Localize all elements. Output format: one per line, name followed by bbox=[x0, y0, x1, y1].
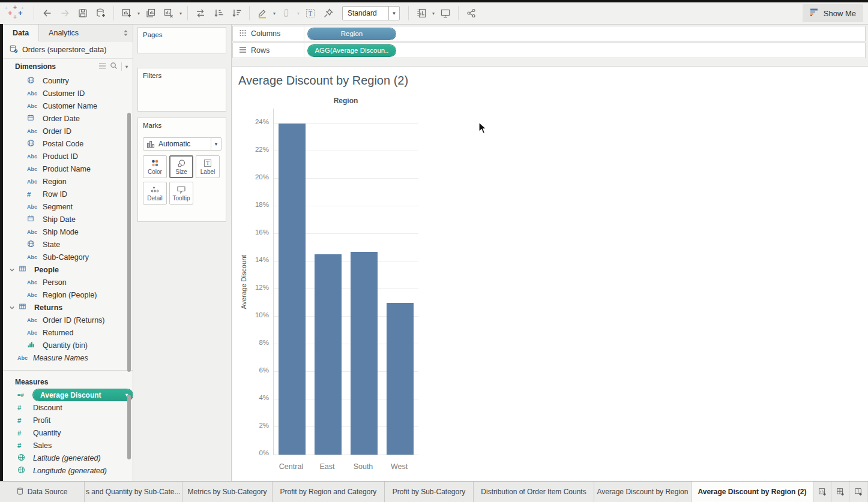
chevron-down-icon[interactable] bbox=[9, 305, 19, 311]
dimension-field-row[interactable]: #Row ID bbox=[3, 188, 133, 200]
dimension-field-row[interactable]: State bbox=[3, 238, 133, 251]
presentation-mode-button[interactable] bbox=[436, 5, 454, 22]
tab-data[interactable]: Data bbox=[3, 25, 39, 41]
dimension-field-row[interactable]: AbcOrder ID bbox=[3, 125, 133, 137]
format-link-button[interactable] bbox=[277, 5, 295, 22]
selected-measure-pill[interactable]: Average Discount▾ bbox=[33, 389, 133, 401]
bar-central[interactable] bbox=[279, 124, 306, 455]
bar-east[interactable] bbox=[315, 254, 342, 455]
rows-shelf[interactable]: Rows AGG(Average Discoun.. bbox=[232, 43, 866, 58]
dimension-field-row[interactable]: AbcProduct Name bbox=[3, 163, 133, 175]
dimension-field-row[interactable]: AbcSub-Category bbox=[3, 251, 133, 263]
measure-field-row[interactable]: #Profit bbox=[3, 414, 133, 426]
x-category-label[interactable]: East bbox=[309, 462, 345, 471]
dimension-field-row[interactable]: AbcSegment bbox=[3, 200, 133, 213]
show-me-button[interactable]: Show Me bbox=[803, 4, 863, 22]
x-category-label[interactable]: Central bbox=[273, 462, 309, 471]
dimension-group-row[interactable]: Returns bbox=[3, 301, 133, 314]
find-field-icon[interactable] bbox=[110, 62, 118, 71]
x-category-label[interactable]: South bbox=[345, 462, 381, 471]
new-dashboard-button[interactable] bbox=[831, 482, 849, 502]
pane-collapse-icon[interactable] bbox=[122, 25, 133, 41]
mark-type-dropdown[interactable]: Automatic ▼ bbox=[143, 137, 222, 151]
dimension-field-row[interactable]: AbcCustomer ID bbox=[3, 87, 133, 100]
dimension-pill[interactable]: Region bbox=[308, 28, 396, 40]
new-worksheet-button[interactable] bbox=[118, 5, 136, 22]
label-button[interactable]: T Label bbox=[196, 155, 220, 178]
dimension-field-row[interactable]: AbcCustomer Name bbox=[3, 100, 133, 112]
detail-button[interactable]: Detail bbox=[143, 182, 167, 205]
fit-selector-caret[interactable]: ▼ bbox=[388, 7, 399, 20]
columns-shelf[interactable]: Columns Region bbox=[232, 26, 866, 41]
worksheet-tab[interactable]: Average Discount by Region bbox=[594, 482, 692, 502]
measure-field-row[interactable]: =#Average Discount▾ bbox=[3, 389, 133, 401]
size-button[interactable]: Size bbox=[169, 155, 193, 178]
dimension-field-row[interactable]: AbcReturned bbox=[3, 326, 133, 339]
bar-west[interactable] bbox=[387, 303, 414, 455]
dimension-field-row[interactable]: Country bbox=[3, 74, 133, 87]
tooltip-button[interactable]: Tooltip bbox=[169, 182, 193, 205]
save-button[interactable] bbox=[74, 5, 92, 22]
x-category-label[interactable]: West bbox=[381, 462, 417, 471]
undo-button[interactable] bbox=[38, 5, 56, 22]
bar-south[interactable] bbox=[351, 252, 378, 455]
dimension-field-row[interactable]: Postal Code bbox=[3, 137, 133, 150]
worksheet-tab[interactable]: Metrics by Sub-Category bbox=[182, 482, 273, 502]
dimension-field-row[interactable]: Order Date bbox=[3, 112, 133, 125]
clear-sheet-caret[interactable]: ▾ bbox=[178, 5, 184, 22]
new-story-button[interactable] bbox=[849, 482, 867, 502]
tab-analytics[interactable]: Analytics bbox=[39, 25, 88, 41]
sort-ascending-button[interactable] bbox=[209, 5, 228, 22]
measure-field-row[interactable]: Latitude (generated) bbox=[3, 452, 133, 464]
dimension-field-row[interactable]: AbcRegion (People) bbox=[3, 288, 133, 301]
measure-field-row[interactable]: Longitude (generated) bbox=[3, 464, 133, 477]
worksheet-tab-label: Profit by Sub-Category bbox=[393, 488, 465, 496]
duplicate-sheet-button[interactable] bbox=[142, 5, 160, 22]
dimensions-scrollbar[interactable] bbox=[127, 113, 131, 372]
worksheet-tab[interactable]: Profit by Sub-Category bbox=[385, 482, 474, 502]
dimension-field-row[interactable]: AbcRegion bbox=[3, 175, 133, 188]
swap-rows-columns-button[interactable] bbox=[191, 5, 209, 22]
dimension-group-row[interactable]: People bbox=[3, 263, 133, 276]
fit-selector[interactable]: Standard ▼ bbox=[342, 6, 400, 20]
color-button[interactable]: Color bbox=[143, 155, 167, 178]
pages-shelf[interactable]: Pages bbox=[137, 27, 226, 53]
redo-button[interactable] bbox=[56, 5, 74, 22]
measure-field-row[interactable]: #Sales bbox=[3, 439, 133, 452]
view-as-list-icon[interactable] bbox=[98, 62, 106, 71]
worksheet-tab[interactable]: Profit by Region and Category bbox=[273, 482, 385, 502]
dimension-field-row[interactable]: Quantity (bin) bbox=[3, 339, 133, 351]
sort-descending-button[interactable] bbox=[228, 5, 246, 22]
tableau-logo-icon[interactable]: + + + + + + bbox=[4, 4, 28, 22]
filters-shelf[interactable]: Filters bbox=[137, 68, 226, 112]
dimension-field-row[interactable]: AbcProduct ID bbox=[3, 150, 133, 163]
new-worksheet-caret[interactable]: ▾ bbox=[136, 5, 142, 22]
mark-type-caret[interactable]: ▼ bbox=[211, 138, 221, 150]
dimensions-menu-caret[interactable]: ▾ bbox=[125, 64, 128, 70]
worksheet-tab[interactable]: Average Discount by Region (2) bbox=[692, 482, 813, 502]
highlight-caret[interactable]: ▾ bbox=[271, 5, 277, 22]
dimension-field-row[interactable]: Ship Date bbox=[3, 213, 133, 226]
measures-scrollbar[interactable] bbox=[127, 395, 131, 459]
dimension-field-row[interactable]: AbcOrder ID (Returns) bbox=[3, 314, 133, 326]
clear-sheet-button[interactable] bbox=[160, 5, 178, 22]
share-button[interactable] bbox=[462, 5, 480, 22]
fix-axes-pin-button[interactable] bbox=[319, 5, 337, 22]
worksheet-tab[interactable]: Distribution of Order Item Counts bbox=[474, 482, 594, 502]
data-source-connection[interactable]: Orders (superstore_data) bbox=[3, 41, 133, 59]
measure-pill[interactable]: AGG(Average Discoun.. bbox=[308, 45, 396, 56]
dimension-field-row[interactable]: AbcShip Mode bbox=[3, 226, 133, 238]
show-hide-cards-button[interactable] bbox=[412, 5, 430, 22]
measure-field-row[interactable]: #Quantity bbox=[3, 426, 133, 439]
show-hide-cards-caret[interactable]: ▾ bbox=[430, 5, 436, 22]
dimension-field-row[interactable]: AbcMeasure Names bbox=[3, 351, 133, 364]
chevron-down-icon[interactable] bbox=[9, 267, 19, 273]
measure-field-row[interactable]: #Discount bbox=[3, 401, 133, 414]
dimension-field-row[interactable]: AbcPerson bbox=[3, 276, 133, 288]
new-worksheet-tab-button[interactable] bbox=[813, 482, 831, 502]
show-mark-labels-button[interactable]: T bbox=[301, 5, 319, 22]
tab-data-source[interactable]: Data Source bbox=[0, 482, 85, 502]
new-data-source-button[interactable] bbox=[92, 5, 110, 22]
highlight-button[interactable] bbox=[253, 5, 271, 22]
worksheet-tab[interactable]: s and Quantity by Sub-Cate... bbox=[85, 482, 182, 502]
